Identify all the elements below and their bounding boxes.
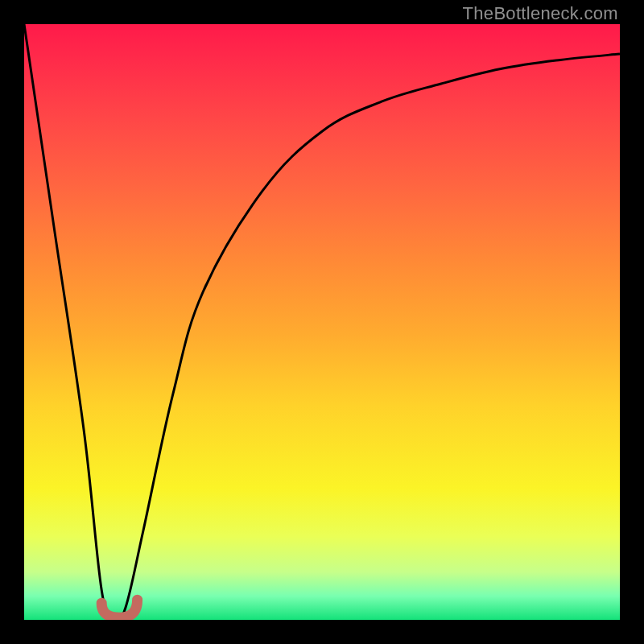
plot-area: [24, 24, 620, 620]
sweet-spot-marker: [101, 600, 137, 617]
bottleneck-curve-line: [24, 24, 620, 620]
bottleneck-curve-svg: [24, 24, 620, 620]
watermark-text: TheBottleneck.com: [463, 3, 618, 24]
chart-frame: TheBottleneck.com: [0, 0, 644, 644]
